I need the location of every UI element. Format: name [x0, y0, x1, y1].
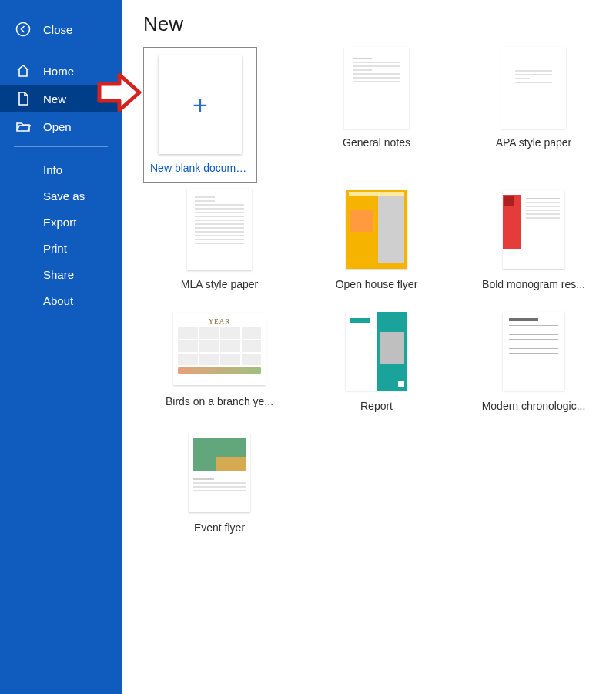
template-thumbnail: [501, 47, 566, 129]
template-thumbnail: [187, 432, 252, 514]
sidebar-sub-label: Print: [43, 242, 67, 255]
svg-point-0: [17, 23, 30, 36]
sidebar-item-label: Home: [43, 65, 74, 78]
template-mla-paper[interactable]: MLA style paper: [143, 189, 296, 304]
template-label: APA style paper: [460, 136, 607, 149]
template-label: Event flyer: [146, 521, 293, 534]
template-bold-monogram-resume[interactable]: Bold monogram res...: [457, 189, 610, 304]
template-event-flyer[interactable]: Event flyer: [143, 432, 296, 548]
template-label: Open house flyer: [303, 278, 450, 290]
template-thumbnail: [344, 47, 409, 129]
template-thumbnail: +: [159, 55, 242, 154]
template-label: Birds on a branch ye...: [146, 395, 293, 407]
template-thumbnail: YEAR: [171, 310, 268, 387]
template-thumbnail: [344, 189, 409, 270]
folder-open-icon: [15, 119, 31, 134]
template-general-notes[interactable]: General notes: [300, 47, 453, 183]
calendar-year-label: YEAR: [178, 317, 261, 325]
sidebar-sub-export[interactable]: Export: [0, 209, 122, 235]
template-thumbnail: [501, 189, 566, 270]
new-templates-panel: New + New blank document General notes A…: [122, 0, 616, 694]
sidebar-sub-save-as[interactable]: Save as: [0, 183, 122, 209]
sidebar-item-new[interactable]: New: [0, 85, 122, 112]
sidebar-sub-label: Share: [43, 268, 74, 281]
sidebar-sub-share[interactable]: Share: [0, 261, 122, 287]
sidebar-divider: [14, 146, 108, 147]
template-thumbnail: [187, 189, 252, 270]
template-thumbnail: [501, 310, 566, 392]
template-label: Bold monogram res...: [460, 278, 607, 290]
template-label: Modern chronologic...: [460, 400, 607, 412]
template-grid: + New blank document General notes APA s…: [143, 47, 611, 548]
backstage-sidebar: Close Home New Open Info Save as Export …: [0, 0, 122, 694]
sidebar-sub-about[interactable]: About: [0, 287, 122, 313]
plus-icon: +: [192, 92, 208, 118]
sidebar-item-home[interactable]: Home: [0, 57, 122, 85]
template-blank-document[interactable]: + New blank document: [143, 47, 257, 183]
template-label: MLA style paper: [146, 278, 293, 290]
back-arrow-icon: [15, 22, 31, 37]
sidebar-sub-label: Export: [43, 216, 76, 229]
template-open-house-flyer[interactable]: Open house flyer: [300, 189, 453, 304]
template-birds-calendar[interactable]: YEAR Birds on a branch ye...: [143, 310, 296, 426]
close-label: Close: [43, 23, 72, 36]
sidebar-item-label: Open: [43, 120, 72, 133]
template-report[interactable]: Report: [300, 310, 453, 426]
sidebar-item-open[interactable]: Open: [0, 112, 122, 140]
sidebar-sub-label: Save as: [43, 189, 85, 203]
new-document-icon: [15, 91, 31, 106]
sidebar-sub-info[interactable]: Info: [0, 156, 122, 183]
sidebar-sub-print[interactable]: Print: [0, 235, 122, 261]
template-label: General notes: [303, 136, 450, 149]
template-apa-paper[interactable]: APA style paper: [457, 47, 610, 183]
sidebar-item-label: New: [43, 92, 66, 106]
sidebar-sub-label: Info: [43, 163, 62, 176]
template-modern-chronological-resume[interactable]: Modern chronologic...: [457, 310, 610, 426]
template-label: New blank document: [150, 162, 250, 174]
sidebar-sub-label: About: [43, 294, 73, 307]
home-icon: [15, 63, 31, 79]
page-title: New: [143, 12, 611, 36]
template-thumbnail: [344, 310, 409, 392]
template-label: Report: [303, 400, 450, 412]
back-close-button[interactable]: Close: [0, 15, 122, 43]
